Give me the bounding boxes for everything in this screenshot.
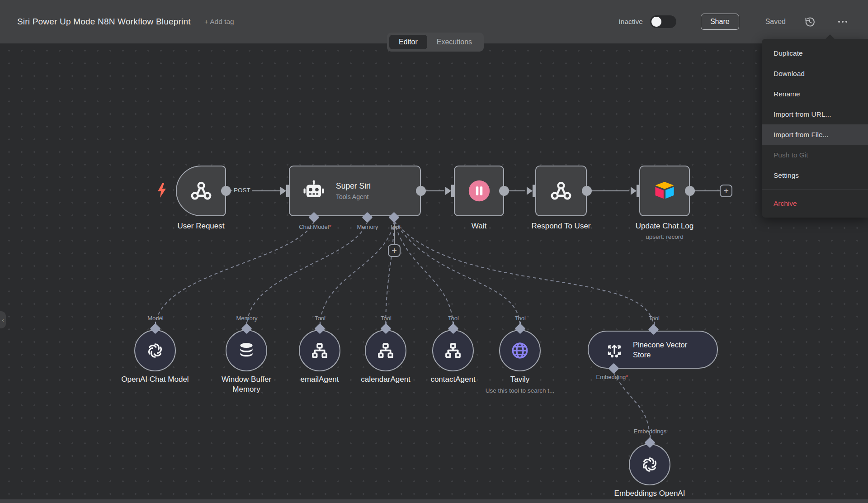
- node-email-agent[interactable]: [299, 330, 340, 371]
- add-node-button[interactable]: +: [720, 185, 732, 197]
- menu-item-archive[interactable]: Archive: [762, 193, 868, 214]
- share-button[interactable]: Share: [701, 14, 739, 30]
- node-label: Update Chat Log: [636, 222, 694, 231]
- input-arrow: [445, 187, 451, 195]
- workflow-title[interactable]: Siri Power Up Mode N8N Workflow Blueprin…: [17, 17, 191, 27]
- sub-node-label: Embeddings OpenAI: [600, 489, 699, 498]
- node-super-siri[interactable]: Super Siri Tools Agent: [289, 166, 421, 216]
- port-label-memory: Memory: [236, 315, 258, 322]
- webhook-respond-icon: [549, 179, 573, 203]
- port-label-tool: Tool: [381, 315, 392, 322]
- sub-node-label: calendarAgent: [345, 375, 426, 384]
- workflow-status-label: Inactive: [619, 18, 643, 26]
- pause-icon: [466, 178, 492, 204]
- saved-status: Saved: [765, 18, 786, 26]
- sub-node-label: Window Buffer Memory: [208, 375, 285, 394]
- port-label-tool: Tool: [649, 315, 660, 322]
- menu-item-import-file[interactable]: Import from File...: [762, 124, 868, 145]
- workflow-canvas[interactable]: User Request POST Super Siri Tools Agent: [0, 43, 868, 503]
- port-label-model: Model: [147, 315, 163, 322]
- port-label-tool: Tool: [315, 315, 326, 322]
- menu-item-download[interactable]: Download: [762, 63, 868, 84]
- input-arrow: [631, 187, 637, 195]
- add-tag-button[interactable]: + Add tag: [204, 18, 234, 26]
- webhook-icon: [189, 179, 213, 203]
- node-pinecone-vector-store[interactable]: Pinecone Vector Store: [588, 331, 718, 369]
- openai-knot-icon: [145, 340, 165, 361]
- node-respond-to-user[interactable]: Respond To User: [535, 166, 587, 216]
- editor-executions-tabs: Editor Executions: [387, 33, 484, 52]
- node-subtitle: Tools Agent: [336, 193, 371, 200]
- connections-layer: [0, 43, 868, 503]
- input-connector[interactable]: [533, 185, 536, 197]
- node-tavily[interactable]: [499, 330, 541, 371]
- node-title: Super Siri: [336, 181, 371, 191]
- node-contact-agent[interactable]: [432, 330, 474, 371]
- node-update-chat-log[interactable]: Update Chat Log upsert: record: [639, 166, 690, 216]
- sub-node-label: OpenAI Chat Model: [105, 375, 205, 384]
- port-label-tool: Tool: [448, 315, 459, 322]
- airtable-icon: [652, 178, 677, 204]
- input-arrow: [280, 187, 286, 195]
- database-icon: [236, 341, 256, 361]
- openai-knot-icon: [639, 454, 660, 475]
- node-user-request[interactable]: User Request: [176, 166, 226, 216]
- menu-item-settings[interactable]: Settings: [762, 165, 868, 185]
- add-tool-button[interactable]: +: [388, 244, 401, 257]
- more-options-icon[interactable]: [835, 15, 851, 28]
- port-label-embeddings: Embeddings: [634, 428, 666, 435]
- node-operation-label: upsert: record: [646, 233, 683, 240]
- port-label-tool: Tool: [515, 315, 526, 322]
- sitemap-icon: [310, 341, 329, 360]
- sitemap-icon: [376, 341, 395, 360]
- canvas-bottom-edge: [0, 499, 868, 503]
- node-label: Respond To User: [531, 222, 590, 231]
- robot-icon: [302, 179, 326, 203]
- tab-executions[interactable]: Executions: [427, 35, 481, 49]
- node-label: Wait: [472, 222, 486, 231]
- output-connector[interactable]: [499, 186, 509, 196]
- port-label-embedding: Embedding*: [596, 374, 628, 380]
- menu-item-push-to-git: Push to Git: [762, 145, 868, 165]
- menu-divider: [762, 189, 868, 190]
- globe-icon: [510, 341, 530, 361]
- sub-node-label: contactAgent: [415, 375, 491, 384]
- menu-item-rename[interactable]: Rename: [762, 84, 868, 104]
- sidebar-collapse-handle[interactable]: ‹: [0, 311, 6, 328]
- sub-node-label: Tavily: [493, 375, 547, 384]
- sitemap-icon: [443, 341, 462, 360]
- workflow-options-menu: Duplicate Download Rename Import from UR…: [762, 39, 868, 218]
- port-label-chat-model: Chat Model*: [299, 223, 331, 230]
- pinecone-arrows-icon: [604, 339, 625, 360]
- top-bar-actions: Inactive Share Saved: [619, 14, 851, 30]
- node-window-buffer-memory[interactable]: [226, 330, 267, 371]
- port-label-memory: Memory: [357, 223, 378, 230]
- output-connector[interactable]: [582, 186, 592, 196]
- node-calendar-agent[interactable]: [365, 330, 406, 371]
- node-openai-chat-model[interactable]: [134, 330, 176, 371]
- lightning-bolt-icon: [156, 183, 167, 200]
- node-embeddings-openai[interactable]: [629, 444, 670, 485]
- node-label: User Request: [178, 222, 225, 231]
- menu-item-import-url[interactable]: Import from URL...: [762, 104, 868, 124]
- port-label-tool: Tool: [390, 223, 401, 230]
- sub-node-description: Use this tool to search t...: [486, 387, 554, 394]
- sub-node-label: Pinecone Vector Store: [633, 340, 701, 360]
- output-connector[interactable]: [416, 186, 426, 196]
- toggle-knob: [651, 17, 661, 27]
- output-connector[interactable]: [685, 186, 695, 196]
- connection-label-post: POST: [232, 187, 252, 194]
- history-icon[interactable]: [803, 15, 816, 28]
- input-connector[interactable]: [637, 185, 640, 197]
- menu-item-duplicate[interactable]: Duplicate: [762, 43, 868, 63]
- output-connector[interactable]: [221, 186, 231, 196]
- input-connector[interactable]: [451, 185, 455, 197]
- active-toggle[interactable]: [650, 15, 676, 28]
- input-connector[interactable]: [286, 185, 290, 197]
- tab-editor[interactable]: Editor: [389, 35, 427, 49]
- input-arrow: [527, 187, 533, 195]
- node-wait[interactable]: Wait: [454, 166, 504, 216]
